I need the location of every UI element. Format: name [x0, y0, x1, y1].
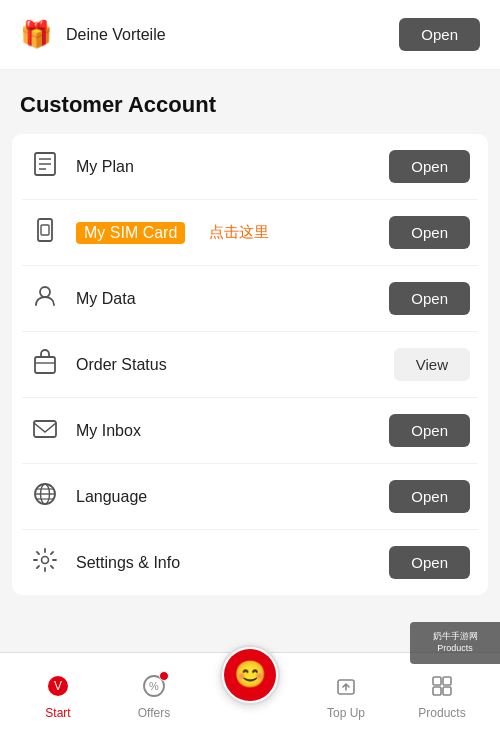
products-icon [430, 674, 454, 702]
gift-icon: 🎁 [20, 19, 52, 50]
menu-item-order-status: Order Status View [22, 332, 478, 398]
language-open-button[interactable]: Open [389, 480, 470, 513]
my-inbox-label: My Inbox [76, 422, 141, 440]
settings-open-button[interactable]: Open [389, 546, 470, 579]
topup-icon [334, 674, 358, 702]
settings-icon [30, 547, 60, 579]
menu-item-my-inbox: My Inbox Open [22, 398, 478, 464]
svg-rect-5 [41, 225, 49, 235]
settings-label: Settings & Info [76, 554, 180, 572]
promo-left: 🎁 Deine Vorteile [20, 19, 166, 50]
section-title: Customer Account [0, 70, 500, 128]
watermark: 奶牛手游网Products [410, 622, 500, 664]
my-sim-open-button[interactable]: Open [389, 216, 470, 249]
bottom-nav: V Start % Offers 😊 [0, 652, 500, 732]
start-icon: V [46, 674, 70, 702]
promo-title: Deine Vorteile [66, 26, 166, 44]
menu-item-language: Language Open [22, 464, 478, 530]
my-sim-label: My SIM Card [76, 222, 185, 244]
sim-icon [30, 217, 60, 249]
my-data-label: My Data [76, 290, 136, 308]
svg-rect-23 [433, 687, 441, 695]
order-status-label: Order Status [76, 356, 167, 374]
offers-label: Offers [138, 706, 170, 720]
nav-item-start[interactable]: V Start [10, 666, 106, 720]
menu-item-settings: Settings & Info Open [22, 530, 478, 595]
products-label: Products [418, 706, 465, 720]
box-icon [30, 349, 60, 381]
my-inbox-open-button[interactable]: Open [389, 414, 470, 447]
language-label: Language [76, 488, 147, 506]
svg-rect-7 [35, 357, 55, 373]
home-icon: 😊 [234, 659, 266, 690]
nav-item-offers[interactable]: % Offers [106, 666, 202, 720]
order-status-view-button[interactable]: View [394, 348, 470, 381]
my-plan-label: My Plan [76, 158, 134, 176]
svg-point-6 [40, 287, 50, 297]
svg-text:V: V [54, 679, 62, 693]
watermark-text: 奶牛手游网Products [433, 631, 478, 654]
svg-rect-4 [38, 219, 52, 241]
offers-badge-container: % [142, 674, 166, 702]
home-inner: 😊 [224, 649, 276, 701]
svg-rect-9 [34, 421, 56, 437]
promo-open-button[interactable]: Open [399, 18, 480, 51]
nav-item-products[interactable]: Products [394, 666, 490, 720]
menu-item-my-plan: My Plan Open [22, 134, 478, 200]
svg-text:%: % [149, 680, 159, 692]
my-plan-open-button[interactable]: Open [389, 150, 470, 183]
svg-rect-22 [443, 677, 451, 685]
offers-badge-dot [159, 671, 169, 681]
menu-item-my-data: My Data Open [22, 266, 478, 332]
nav-item-topup[interactable]: Top Up [298, 666, 394, 720]
home-circle: 😊 [220, 645, 280, 705]
language-icon [30, 481, 60, 513]
my-data-open-button[interactable]: Open [389, 282, 470, 315]
topup-label: Top Up [327, 706, 365, 720]
menu-item-my-sim: My SIM Card 点击这里 Open [22, 200, 478, 266]
svg-point-15 [42, 556, 49, 563]
data-icon [30, 283, 60, 315]
inbox-icon [30, 415, 60, 447]
promo-banner: 🎁 Deine Vorteile Open [0, 0, 500, 70]
svg-rect-21 [433, 677, 441, 685]
click-hint: 点击这里 [209, 223, 269, 242]
menu-card: My Plan Open My SIM Card 点击这里 Open [12, 134, 488, 595]
nav-item-home[interactable]: 😊 [202, 645, 298, 705]
plan-icon [30, 151, 60, 183]
start-label: Start [45, 706, 70, 720]
svg-rect-24 [443, 687, 451, 695]
offers-icon: % [142, 684, 166, 701]
